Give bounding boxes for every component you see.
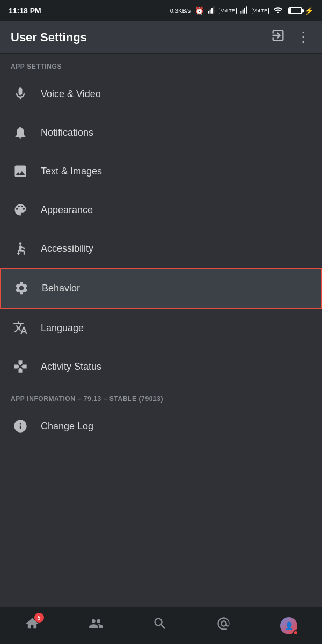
activity-status-label: Activity Status: [41, 361, 101, 372]
svg-rect-4: [240, 11, 241, 13]
behavior-label: Behavior: [42, 283, 80, 294]
bottom-nav-mentions[interactable]: [208, 612, 240, 639]
volte1-icon: VoLTE: [219, 8, 236, 14]
svg-rect-6: [244, 8, 245, 14]
gamepad-icon: [11, 357, 30, 376]
sidebar-item-language[interactable]: Language: [0, 309, 322, 347]
header: User Settings ⋮: [0, 21, 322, 54]
svg-rect-5: [242, 9, 243, 13]
accessibility-label: Accessibility: [41, 243, 93, 254]
svg-rect-2: [211, 8, 213, 14]
image-icon: [11, 162, 30, 181]
bottom-nav-home[interactable]: 5: [16, 612, 48, 639]
language-label: Language: [41, 323, 84, 334]
signal1-icon: [207, 6, 216, 16]
volte2-icon: VoLTE: [252, 8, 269, 14]
palette-icon: [11, 200, 30, 219]
svg-rect-7: [246, 6, 247, 13]
sidebar-item-activity-status[interactable]: Activity Status: [0, 347, 322, 386]
app-settings-label: APP SETTINGS: [0, 54, 322, 75]
battery-icon: [288, 7, 302, 14]
translate-icon: [11, 318, 30, 338]
network-speed: 0.3KB/s: [170, 8, 191, 14]
bottom-nav-friends[interactable]: [80, 612, 112, 639]
sidebar-item-behavior[interactable]: Behavior: [0, 268, 322, 309]
logout-icon[interactable]: [270, 28, 286, 47]
text-images-label: Text & Images: [41, 166, 102, 177]
status-time: 11:18 PM: [9, 6, 41, 15]
bell-icon: [11, 123, 30, 142]
status-icons: 0.3KB/s ⏰ VoLTE VoLTE ⚡: [170, 5, 313, 16]
bottom-nav-search[interactable]: [144, 612, 176, 639]
bottom-nav-profile[interactable]: 👤: [272, 613, 306, 639]
search-icon: [152, 616, 167, 635]
wifi-icon: [273, 5, 283, 16]
avatar-status-dot: [293, 630, 298, 635]
svg-rect-0: [208, 11, 209, 13]
gear-icon: [12, 279, 31, 298]
sidebar-item-voice-video[interactable]: Voice & Video: [0, 75, 322, 113]
mic-icon: [11, 84, 30, 104]
svg-point-8: [19, 242, 22, 245]
bottom-navigation: 5 👤: [0, 606, 322, 644]
friends-icon: [89, 616, 104, 635]
more-options-icon[interactable]: ⋮: [296, 29, 311, 46]
notifications-label: Notifications: [41, 127, 93, 138]
mention-icon: [216, 616, 231, 635]
avatar: 👤: [280, 617, 297, 634]
home-badge: 5: [34, 613, 44, 623]
svg-rect-1: [210, 9, 211, 13]
sidebar-item-text-images[interactable]: Text & Images: [0, 152, 322, 191]
sidebar-item-accessibility[interactable]: Accessibility: [0, 229, 322, 268]
signal2-icon: [240, 6, 248, 16]
info-icon: [11, 416, 30, 436]
header-actions: ⋮: [270, 28, 311, 47]
appearance-label: Appearance: [41, 204, 93, 216]
sidebar-item-changelog[interactable]: Change Log: [0, 407, 322, 445]
sidebar-item-appearance[interactable]: Appearance: [0, 191, 322, 229]
voice-video-label: Voice & Video: [41, 89, 101, 100]
alarm-icon: ⏰: [195, 6, 204, 15]
sidebar-item-notifications[interactable]: Notifications: [0, 113, 322, 152]
status-bar: 11:18 PM 0.3KB/s ⏰ VoLTE VoLTE ⚡: [0, 0, 322, 21]
svg-rect-3: [214, 6, 215, 13]
page-title: User Settings: [11, 31, 87, 45]
changelog-label: Change Log: [41, 421, 93, 432]
app-info-label: APP INFORMATION – 79.13 – STABLE (79013): [0, 386, 322, 407]
charging-icon: ⚡: [304, 6, 313, 15]
accessibility-icon: [11, 239, 30, 258]
